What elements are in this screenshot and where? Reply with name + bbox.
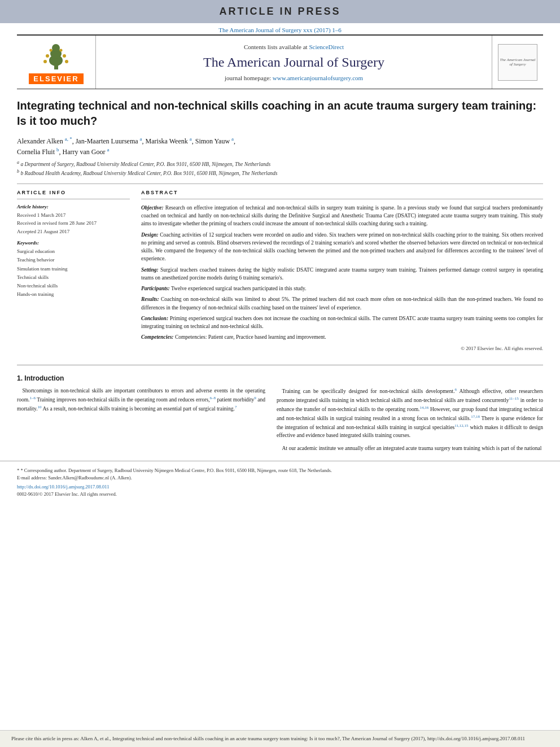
section-divider <box>17 365 543 365</box>
copyright-line: © 2017 Elsevier Inc. All rights reserved… <box>141 345 543 353</box>
elsevier-logo: ELSEVIER <box>29 40 83 84</box>
journal-header: ELSEVIER Contents lists available at Sci… <box>17 34 543 89</box>
journal-url-text: The American Journal of Surgery xxx (201… <box>218 27 342 33</box>
journal-title-center: Contents lists available at ScienceDirec… <box>96 36 492 89</box>
page: ARTICLE IN PRESS The American Journal of… <box>0 0 560 747</box>
abstract-results: Results: Coaching on non-technical skill… <box>141 295 543 312</box>
intro-section-title: 1. Introduction <box>17 374 265 382</box>
abstract-divider <box>141 199 543 199</box>
bottom-citation-text: Please cite this article in press as: Al… <box>11 736 525 741</box>
corresponding-footnote: * * Corresponding author. Department of … <box>17 467 543 482</box>
received-date: Received 1 March 2017 Received in revise… <box>17 211 130 235</box>
body-right-col: Training can be specifically designed fo… <box>277 374 543 453</box>
article-main-content: Integrating technical and non-technical … <box>0 89 560 358</box>
sciencedirect-link[interactable]: ScienceDirect <box>309 43 344 50</box>
keywords-list: Surgical education Teaching behavior Sim… <box>17 247 130 299</box>
journal-logo-right: The American Journal of Surgery <box>492 36 543 89</box>
intro-para1: Shortcomings in non-technical skills are… <box>17 387 265 413</box>
homepage-text: journal homepage: <box>225 75 273 81</box>
svg-point-7 <box>65 60 68 63</box>
abstract-text: Objective: Research on effective integra… <box>141 204 543 352</box>
affiliation-b: b Radboud Health Academy, Radboud Univer… <box>20 171 277 177</box>
abstract-participants: Participants: Twelve experienced surgica… <box>141 285 543 292</box>
issn-line: 0002-9610/© 2017 Elsevier Inc. All right… <box>17 491 543 498</box>
authors-line: Alexander Alken a, *, Jan-Maarten Luurse… <box>17 136 543 157</box>
right-logo-box: The American Journal of Surgery <box>498 44 537 81</box>
abstract-design: Design: Coaching activities of 12 surgic… <box>141 231 543 263</box>
history-label: Article history: <box>17 204 130 209</box>
journal-logo-left: ELSEVIER <box>17 36 96 89</box>
intro-para2: Training can be specifically designed fo… <box>277 387 543 440</box>
doi-line: http://dx.doi.org/10.1016/j.amjsurg.2017… <box>17 483 543 491</box>
body-left-col: 1. Introduction Shortcomings in non-tech… <box>17 374 265 453</box>
intro-para3: At our academic institute we annually of… <box>277 444 543 453</box>
article-title: Integrating technical and non-technical … <box>17 98 543 129</box>
abstract-objective: Objective: Research on effective integra… <box>141 204 543 228</box>
banner-text: ARTICLE IN PRESS <box>219 6 340 17</box>
svg-point-9 <box>59 49 62 52</box>
abstract-col: ABSTRACT Objective: Research on effectiv… <box>141 190 543 352</box>
article-in-press-banner: ARTICLE IN PRESS <box>0 0 560 23</box>
svg-point-5 <box>63 54 66 58</box>
contents-line: Contents lists available at ScienceDirec… <box>244 43 344 50</box>
abstract-competencies: Competencies: Competencies: Patient care… <box>141 333 543 341</box>
two-col-section: ARTICLE INFO Article history: Received 1… <box>17 190 543 352</box>
left-divider <box>17 199 130 199</box>
elsevier-tree-icon <box>35 40 77 71</box>
divider <box>17 184 543 184</box>
article-info-col: ARTICLE INFO Article history: Received 1… <box>17 190 130 352</box>
affiliations: a a Department of Surgery, Radboud Unive… <box>17 159 543 178</box>
journal-main-title: The American Journal of Surgery <box>203 55 384 70</box>
abstract-header: ABSTRACT <box>141 190 543 195</box>
body-section: 1. Introduction Shortcomings in non-tech… <box>0 374 560 453</box>
svg-point-8 <box>49 49 52 52</box>
right-logo-text: The American Journal of Surgery <box>498 58 537 67</box>
bottom-citation-bar: Please cite this article in press as: Al… <box>0 730 560 748</box>
journal-homepage-line: journal homepage: www.americanjournalofs… <box>225 75 363 81</box>
abstract-conclusion: Conclusion: Priming experienced surgical… <box>141 314 543 331</box>
abstract-setting: Setting: Surgical teachers coached train… <box>141 266 543 282</box>
elsevier-wordmark: ELSEVIER <box>29 73 83 84</box>
svg-point-3 <box>52 44 60 52</box>
affiliation-a: a Department of Surgery, Radboud Univers… <box>20 161 270 167</box>
homepage-url[interactable]: www.americanjournalofsurgery.com <box>273 75 363 81</box>
svg-point-6 <box>43 60 47 63</box>
svg-point-4 <box>46 54 49 58</box>
keywords-label: Keywords: <box>17 240 130 246</box>
journal-url-line: The American Journal of Surgery xxx (201… <box>0 23 560 34</box>
article-info-header: ARTICLE INFO <box>17 190 130 195</box>
doi-link[interactable]: http://dx.doi.org/10.1016/j.amjsurg.2017… <box>17 484 109 490</box>
contents-text: Contents lists available at <box>244 43 309 50</box>
footnotes: * * Corresponding author. Department of … <box>0 461 560 501</box>
